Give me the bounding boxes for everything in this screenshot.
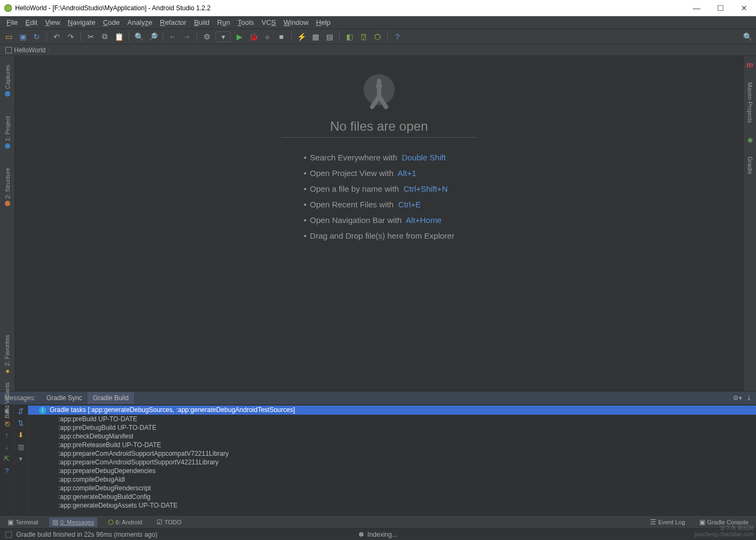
terminal-icon: ▣	[8, 518, 14, 526]
tab-gradle-build[interactable]: Gradle Build	[87, 392, 134, 404]
message-row[interactable]: :app:checkDebugManifest	[28, 432, 756, 441]
tab-event-log[interactable]: ☰Event Log	[647, 517, 688, 527]
message-row[interactable]: :app:compileDebugRenderscript	[28, 484, 756, 492]
tab-todo[interactable]: ☑TODO	[153, 517, 185, 527]
attach-icon[interactable]: ⟐	[262, 31, 273, 42]
minimize-button[interactable]: —	[689, 4, 704, 12]
message-row[interactable]: :app:prepareComAndroidSupportAppcompatV7…	[28, 449, 756, 458]
spinner-icon: ✽	[359, 531, 364, 538]
sdk-icon[interactable]: ▦	[310, 31, 321, 42]
android2-icon[interactable]: ⬡	[372, 31, 383, 42]
android-icon[interactable]: ⍰	[358, 31, 369, 42]
maven-icon: m	[746, 60, 753, 69]
redo-icon[interactable]: ↷	[65, 31, 76, 42]
menu-build[interactable]: Build	[191, 17, 213, 28]
forward-icon[interactable]: →	[181, 31, 192, 42]
paste-icon[interactable]: 📋	[113, 31, 124, 42]
stop-icon[interactable]: ■	[276, 31, 287, 42]
hide-icon[interactable]: ⤓	[746, 394, 752, 402]
status-bar: Gradle build finished in 22s 96ms (momen…	[0, 528, 756, 540]
menu-navigate[interactable]: Navigate	[64, 17, 98, 28]
message-row[interactable]: :app:preDebugBuild UP-TO-DATE	[28, 423, 756, 432]
message-row[interactable]: :app:generateDebugAssets UP-TO-DATE	[28, 501, 756, 510]
up-icon[interactable]: ↑	[3, 430, 11, 439]
gear-icon[interactable]: ⚙▾	[733, 394, 742, 402]
menu-view[interactable]: View	[42, 17, 63, 28]
tab-android[interactable]: ⬡6: Android	[105, 517, 146, 527]
messages-tree[interactable]: iGradle tasks [:app:generateDebugSources…	[28, 404, 756, 515]
tab-messages[interactable]: ▤0: Messages	[49, 517, 97, 527]
tab-maven[interactable]: Maven Projects	[747, 79, 753, 126]
menu-run[interactable]: Run	[214, 17, 233, 28]
run-config-dropdown[interactable]: ▾	[215, 31, 231, 42]
cut-icon[interactable]: ✂	[85, 31, 96, 42]
tab-favorites[interactable]: ★2: Favorites	[3, 335, 10, 375]
message-row[interactable]: :app:compileDebugAidl	[28, 475, 756, 484]
export-icon[interactable]: ⇱	[3, 454, 11, 463]
maximize-button[interactable]: ☐	[713, 4, 728, 12]
tab-captures[interactable]: Captures	[4, 62, 11, 100]
layout-icon[interactable]: ◧	[344, 31, 355, 42]
message-row[interactable]: :app:preReleaseBuild UP-TO-DATE	[28, 441, 756, 449]
down-icon[interactable]: ↓	[3, 442, 11, 451]
import-icon[interactable]: ⬇	[17, 430, 25, 439]
message-row[interactable]: :app:generateDebugBuildConfig	[28, 492, 756, 501]
menu-edit[interactable]: Edit	[22, 17, 40, 28]
close-button[interactable]: ✕	[737, 4, 752, 12]
filter-icon[interactable]: ▾	[17, 454, 25, 463]
expand-icon[interactable]: ⇵	[17, 407, 25, 415]
messages-icon: ▤	[52, 518, 58, 526]
breadcrumb-item[interactable]: HelloWorld	[14, 46, 45, 54]
find-icon[interactable]: 🔍	[133, 31, 144, 42]
folder-icon	[5, 47, 12, 53]
avd-icon[interactable]: ⚡	[296, 31, 307, 42]
tip-project-view: •Open Project View with Alt+1	[304, 168, 455, 178]
back-icon[interactable]: ←	[167, 31, 178, 42]
pin-icon[interactable]: ▥	[17, 442, 25, 451]
toolbar: ▭ ▣ ↻ ↶ ↷ ✂ ⧉ 📋 🔍 🔎 ← → ⚙ ▾ ▶ 🐞 ⟐ ■ ⚡ ▦ …	[0, 29, 756, 44]
tab-project[interactable]: 1: Project	[4, 113, 11, 152]
menu-file[interactable]: File	[3, 17, 21, 28]
svg-point-1	[376, 83, 382, 89]
menu-vcs[interactable]: VCS	[258, 17, 279, 28]
save-icon[interactable]: ▣	[17, 31, 28, 42]
message-row[interactable]: :app:preBuild UP-TO-DATE	[28, 415, 756, 423]
gradle-icon: ◉	[747, 136, 753, 144]
help2-icon[interactable]: ?	[3, 466, 11, 475]
chevron-right-icon: 〉	[48, 45, 54, 55]
tip-drag-drop: •Drag and Drop file(s) here from Explore…	[304, 231, 455, 240]
tab-gradle[interactable]: Gradle	[747, 153, 753, 178]
make-icon[interactable]: ⚙	[201, 31, 212, 42]
open-icon[interactable]: ▭	[3, 31, 14, 42]
tab-build-variants[interactable]: ⬡Build Variants	[3, 382, 10, 428]
sync-icon[interactable]: ↻	[31, 31, 42, 42]
run-icon[interactable]: ▶	[234, 31, 245, 42]
tip-nav-bar: •Open Navigation Bar with Alt+Home	[304, 215, 455, 225]
replace-icon[interactable]: 🔎	[147, 31, 158, 42]
menu-refactor[interactable]: Refactor	[157, 17, 190, 28]
menu-tools[interactable]: Tools	[234, 17, 257, 28]
help-icon[interactable]: ?	[392, 31, 403, 42]
menu-analyze[interactable]: Analyze	[124, 17, 156, 28]
menu-window[interactable]: Window	[280, 17, 312, 28]
status-icon[interactable]	[5, 531, 12, 538]
collapse-icon[interactable]: ⇅	[17, 418, 25, 427]
message-row-selected[interactable]: iGradle tasks [:app:generateDebugSources…	[28, 406, 756, 415]
message-row[interactable]: :app:prepareComAndroidSupportSupportV422…	[28, 458, 756, 467]
menu-code[interactable]: Code	[100, 17, 123, 28]
monitor-icon[interactable]: ▤	[324, 31, 335, 42]
editor-heading: No files are open	[281, 119, 476, 138]
debug-icon[interactable]: 🐞	[248, 31, 259, 42]
bottom-tool-tabs: ▣Terminal ▤0: Messages ⬡6: Android ☑TODO…	[0, 515, 756, 528]
tab-gradle-sync[interactable]: Gradle Sync	[41, 392, 87, 404]
search-icon[interactable]: 🔍	[742, 31, 753, 42]
tab-structure[interactable]: 2: Structure	[4, 165, 11, 210]
android-small-icon: ⬡	[108, 518, 113, 526]
tab-terminal[interactable]: ▣Terminal	[4, 517, 42, 527]
tip-recent-files: •Open Recent Files with Ctrl+E	[304, 200, 455, 209]
menu-help[interactable]: Help	[313, 17, 334, 28]
message-row[interactable]: :app:prepareDebugDependencies	[28, 467, 756, 475]
undo-icon[interactable]: ↶	[51, 31, 62, 42]
status-indexing: ✽Indexing...	[359, 531, 397, 538]
copy-icon[interactable]: ⧉	[99, 31, 110, 42]
